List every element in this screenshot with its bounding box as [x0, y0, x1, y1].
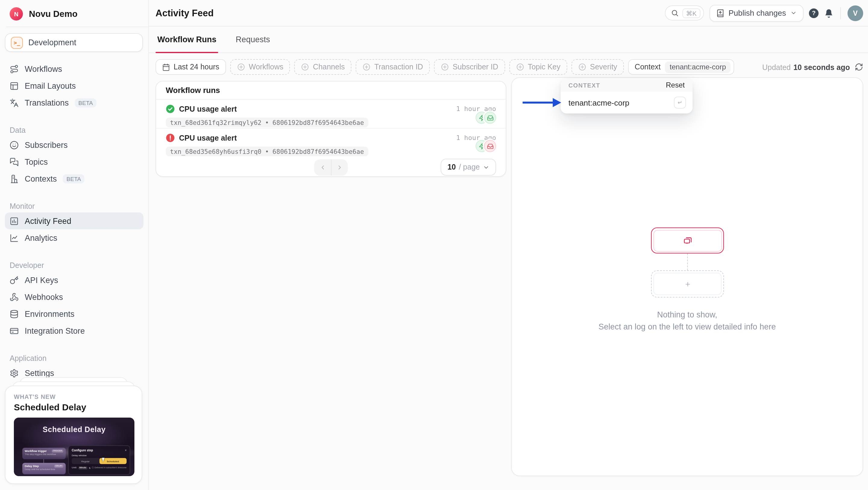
mini-delay-window-label: Delay window [72, 454, 127, 457]
page-size-value: 10 [447, 163, 456, 171]
line-chart-icon [10, 233, 19, 242]
channels-filter[interactable]: Channels [294, 59, 351, 75]
severity-filter[interactable]: Severity [571, 59, 624, 75]
sidebar-item-label: Translations [25, 98, 69, 107]
sidebar-item-label: Contexts [25, 174, 57, 183]
mini-trigger-title: Workflow trigger [25, 449, 47, 452]
credit-card-icon [10, 326, 19, 335]
plus-icon [684, 281, 691, 287]
route-icon [10, 64, 19, 73]
help-button[interactable]: ? [809, 8, 818, 18]
transaction-id-filter[interactable]: Transaction ID [355, 59, 430, 75]
sidebar-item-integration-store[interactable]: Integration Store [5, 322, 144, 339]
building-icon [10, 174, 19, 183]
webhook-icon [10, 292, 19, 301]
bell-icon[interactable] [824, 8, 834, 18]
workflow-run-row[interactable]: CPU usage alert 1 hour ago txn_68ed361fq… [156, 99, 506, 128]
mini-stepper-icon: ⇅ [89, 466, 90, 469]
context-filter[interactable]: Context tenant:acme-corp [628, 59, 735, 75]
page-size-select[interactable]: 10 / page [441, 159, 496, 176]
transaction-id-pill: txn_68ed361fq32rimqyly62 • 6806192bd87f6… [166, 118, 368, 127]
publish-changes-button[interactable]: Publish changes [709, 4, 804, 22]
book-up-icon [716, 9, 724, 17]
mini-trigger-badge: TRIGGER [52, 449, 63, 452]
mini-connector [43, 459, 44, 463]
sidebar-item-webhooks[interactable]: Webhooks [5, 288, 144, 305]
tab-workflow-runs[interactable]: Workflow Runs [156, 27, 218, 53]
date-range-filter[interactable]: Last 24 hours [156, 59, 226, 75]
whats-new-thumbnail[interactable]: Scheduled Delay Workflow trigger TRIGGER… [14, 417, 134, 476]
tab-requests[interactable]: Requests [234, 27, 272, 53]
sidebar-divider [6, 27, 148, 27]
detail-panel: Nothing to show, Select an log on the le… [511, 77, 863, 476]
context-reset-button[interactable]: Reset [666, 81, 685, 89]
top-bar-actions: ⌘K Publish changes ? V [665, 4, 863, 22]
previous-page-button[interactable] [314, 159, 331, 175]
environment-selector[interactable]: >_ Development [5, 33, 143, 52]
refresh-icon[interactable] [855, 63, 863, 71]
novu-logo: N [10, 7, 23, 21]
workflow-run-row[interactable]: CPU usage alert 1 hour ago txn_68ed35e68… [156, 128, 506, 156]
sidebar-item-analytics[interactable]: Analytics [5, 229, 144, 246]
mini-close-icon: × [125, 448, 127, 452]
section-header-developer: Developer [0, 259, 148, 271]
annotation-arrow [521, 96, 563, 109]
workflows-filter[interactable]: Workflows [230, 59, 290, 75]
mini-timezone-note: ⓘ Delivered in subscriber's timezone [92, 466, 127, 469]
run-id: 6806192bd87f6954643be6ae [273, 119, 364, 126]
page-size-suffix: / page [459, 163, 480, 171]
thumbnail-heading: Scheduled Delay [14, 426, 134, 434]
search-button[interactable]: ⌘K [665, 5, 704, 21]
workflow-runs-card: Workflow runs CPU usage alert 1 hour ago… [156, 81, 506, 177]
subscriber-id-filter[interactable]: Subscriber ID [434, 59, 505, 75]
mini-delay-sub: Delay until the scheduled time [25, 468, 63, 471]
sidebar-item-topics[interactable]: Topics [5, 153, 144, 170]
sidebar-item-email-layouts[interactable]: Email Layouts [5, 77, 144, 94]
page-title: Activity Feed [156, 7, 214, 19]
question-mark-icon: ? [812, 10, 815, 16]
mini-minute-select: Minute [78, 466, 87, 469]
sidebar-item-contexts[interactable]: Contexts BETA [5, 170, 144, 187]
context-option-label: tenant:acme-corp [568, 98, 629, 107]
sidebar-item-environments[interactable]: Environments [5, 305, 144, 322]
section-header-application: Application [0, 352, 148, 365]
section-header-monitor: Monitor [0, 200, 148, 212]
mini-segmented-control: Regular Scheduled [72, 458, 127, 464]
dot-separator: • [265, 148, 269, 155]
novu-dashboard: N Novu Demo >_ Development Workflows Ema… [0, 0, 868, 490]
context-option-tenant-acme-corp[interactable]: tenant:acme-corp ↵ [561, 92, 692, 113]
smile-icon [10, 140, 19, 149]
tab-bar: Workflow Runs Requests [149, 27, 868, 53]
mini-workflow-trigger-card: Workflow trigger TRIGGER This step trigg… [22, 448, 66, 459]
run-id: 6806192bd87f6954643be6ae [273, 148, 364, 155]
message-copy-icon [683, 236, 692, 245]
terminal-icon: >_ [11, 36, 23, 49]
plus-circle-icon [516, 63, 524, 71]
avatar[interactable]: V [847, 5, 863, 21]
updated-status: Updated 10 seconds ago [762, 62, 863, 73]
next-page-button[interactable] [331, 159, 348, 175]
publish-changes-label: Publish changes [728, 8, 786, 18]
sidebar-item-label: Settings [25, 368, 54, 377]
mini-delay-title: Delay Step [25, 464, 39, 467]
gear-icon [10, 368, 19, 377]
sidebar-item-subscribers[interactable]: Subscribers [5, 136, 144, 153]
whats-new-card[interactable]: WHAT'S NEW Scheduled Delay Scheduled Del… [5, 385, 142, 484]
dot-separator: • [265, 119, 269, 126]
sidebar-item-workflows[interactable]: Workflows [5, 60, 144, 77]
topic-key-filter[interactable]: Topic Key [509, 59, 567, 75]
inbox-channel-badge-success [484, 112, 496, 124]
sidebar-item-translations[interactable]: Translations BETA [5, 94, 144, 111]
sidebar-item-activity-feed[interactable]: Activity Feed [5, 212, 144, 229]
bar-chart-icon [10, 217, 19, 225]
sidebar-item-label: Subscribers [25, 140, 68, 149]
key-icon [10, 276, 19, 285]
sidebar-item-label: Webhooks [25, 292, 63, 301]
sidebar-item-api-keys[interactable]: API Keys [5, 271, 144, 288]
chevron-down-icon [790, 10, 797, 16]
empty-state-line2: Select an log on the left to view detail… [512, 321, 863, 333]
org-switcher[interactable]: N Novu Demo [0, 0, 148, 27]
sidebar-item-label: Integration Store [25, 326, 85, 335]
status-success-icon [166, 105, 175, 113]
workflow-run-name: CPU usage alert [179, 134, 237, 142]
